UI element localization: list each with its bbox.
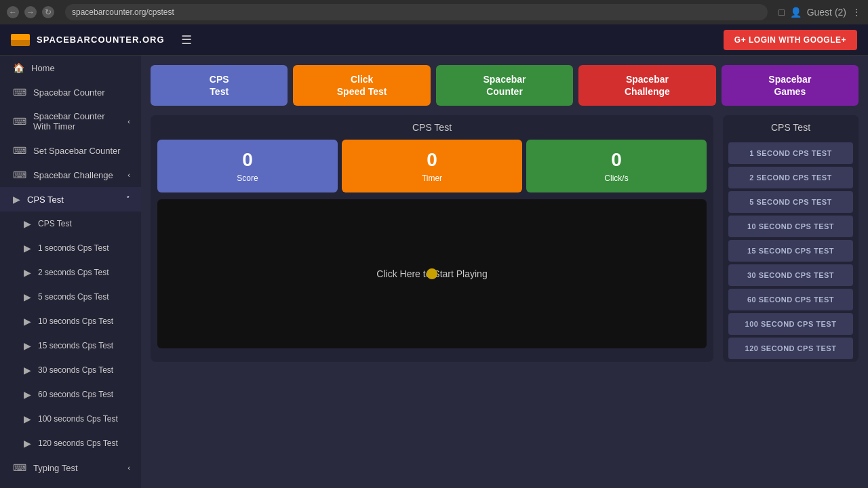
logo-area: SPACEBARCOUNTER.ORG ☰ <box>11 33 192 47</box>
sidebar-item-15sec[interactable]: ▶ 15 seconds Cps Test <box>0 333 141 358</box>
cursor-dot <box>427 268 437 279</box>
score-card-timer: 0 Timer <box>342 140 522 192</box>
refresh-button[interactable]: ↻ <box>42 6 54 18</box>
nav-card-spacebar-games-label: SpacebarGames <box>768 74 811 97</box>
sidebar-item-spacebar-counter-timer[interactable]: ⌨ Spacebar Counter With Timer ‹ <box>0 104 141 138</box>
cursor-icon-7: ▶ <box>24 340 31 351</box>
sidebar: 🏠 Home ⌨ Spacebar Counter ⌨ Spacebar Cou… <box>0 56 141 488</box>
sidebar-item-10sec[interactable]: ▶ 10 seconds Cps Test <box>0 309 141 333</box>
sidebar-label-typing-test: Typing Test <box>33 463 78 473</box>
score-row: 0 Score 0 Timer 0 Click/s <box>151 140 713 199</box>
sidebar-item-1sec[interactable]: ▶ 1 seconds Cps Test <box>0 236 141 260</box>
sidebar-item-typing-test[interactable]: ⌨ Typing Test ‹ <box>0 455 141 480</box>
cps-link-30sec[interactable]: 30 SECOND CPS TEST <box>728 264 853 286</box>
user-icon[interactable]: 👤 <box>790 7 802 18</box>
cps-link-1sec[interactable]: 1 SECOND CPS TEST <box>728 142 853 164</box>
menu-icon[interactable]: ⋮ <box>852 7 861 18</box>
sidebar-item-100sec[interactable]: ▶ 100 seconds Cps Test <box>0 407 141 431</box>
main-layout: 🏠 Home ⌨ Spacebar Counter ⌨ Spacebar Cou… <box>0 56 868 488</box>
keyboard-icon-4: ⌨ <box>13 169 26 180</box>
sidebar-label-spacebar-counter-timer: Spacebar Counter With Timer <box>33 111 121 131</box>
cps-panel: CPS Test 0 Score 0 Timer 0 Click/s <box>151 115 713 362</box>
cps-link-120sec[interactable]: 120 SECOND CPS TEST <box>728 338 853 359</box>
logo-text: SPACEBARCOUNTER.ORG <box>37 35 165 45</box>
sidebar-item-home[interactable]: 🏠 Home <box>0 56 141 80</box>
cursor-icon-8: ▶ <box>24 365 31 375</box>
keyboard-icon-5: ⌨ <box>13 462 26 473</box>
sidebar-item-120sec[interactable]: ▶ 120 seconds Cps Test <box>0 431 141 455</box>
main-content-row: CPS Test 0 Score 0 Timer 0 Click/s <box>151 115 859 362</box>
sidebar-label-home: Home <box>31 63 55 73</box>
cursor-icon-4: ▶ <box>24 267 31 278</box>
cursor-icon-11: ▶ <box>24 438 31 449</box>
sidebar-label-100sec: 100 seconds Cps Test <box>38 414 118 424</box>
sidebar-item-cps-test[interactable]: ▶ CPS Test ˅ <box>0 187 141 211</box>
nav-card-cps-label: CPSTest <box>210 74 229 97</box>
nav-card-spacebar-games[interactable]: SpacebarGames <box>722 65 859 106</box>
score-card-score: 0 Score <box>157 140 338 192</box>
nav-card-click-speed-test[interactable]: ClickSpeed Test <box>293 65 430 106</box>
cursor-icon-6: ▶ <box>24 316 31 327</box>
sidebar-label-cps-test: CPS Test <box>27 195 64 205</box>
keyboard-icon-1: ⌨ <box>13 87 26 98</box>
hamburger-menu[interactable]: ☰ <box>181 33 192 47</box>
cps-link-2sec[interactable]: 2 SECOND CPS TEST <box>728 167 853 188</box>
right-panel-title: CPS Test <box>723 115 859 140</box>
cursor-icon-1: ▶ <box>13 194 20 205</box>
keyboard-icon-2: ⌨ <box>13 116 26 127</box>
home-icon: 🏠 <box>13 62 24 73</box>
cursor-icon-5: ▶ <box>24 291 31 302</box>
cps-link-100sec[interactable]: 100 SECOND CPS TEST <box>728 313 853 335</box>
cps-link-10sec[interactable]: 10 SECOND CPS TEST <box>728 216 853 237</box>
login-button[interactable]: G+ LOGIN WITH GOOGLE+ <box>724 30 857 50</box>
nav-card-spacebar-challenge-label: SpacebarChallenge <box>625 74 670 97</box>
score-label: Score <box>164 174 331 183</box>
top-nav-cards: CPSTest ClickSpeed Test SpacebarCounter … <box>151 65 859 106</box>
extensions-icon[interactable]: □ <box>778 7 784 18</box>
browser-icons: □ 👤 Guest (2) ⋮ <box>778 7 861 18</box>
sidebar-label-5sec: 5 seconds Cps Test <box>38 292 109 302</box>
sidebar-item-spacebar-counter[interactable]: ⌨ Spacebar Counter <box>0 80 141 104</box>
cps-panel-title: CPS Test <box>151 115 713 140</box>
collapse-arrow-3: ‹ <box>127 464 130 472</box>
cps-link-15sec[interactable]: 15 SECOND CPS TEST <box>728 240 853 262</box>
cursor-icon-10: ▶ <box>24 413 31 424</box>
sidebar-item-2sec[interactable]: ▶ 2 seconds Cps Test <box>0 260 141 285</box>
guest-label: Guest (2) <box>807 7 846 18</box>
collapse-arrow-2: ‹ <box>127 171 130 179</box>
keyboard-icon-3: ⌨ <box>13 145 26 156</box>
sidebar-item-30sec[interactable]: ▶ 30 seconds Cps Test <box>0 358 141 382</box>
nav-card-spacebar-challenge[interactable]: SpacebarChallenge <box>578 65 715 106</box>
logo-icon <box>11 34 30 46</box>
back-button[interactable]: ← <box>7 6 19 18</box>
sidebar-label-2sec: 2 seconds Cps Test <box>38 268 109 277</box>
nav-card-click-speed-label: ClickSpeed Test <box>337 74 387 97</box>
sidebar-label-set-spacebar: Set Spacebar Counter <box>33 146 121 156</box>
sidebar-label-60sec: 60 seconds Cps Test <box>38 390 113 399</box>
sidebar-label-cps-test-sub: CPS Test <box>38 219 72 228</box>
sidebar-label-spacebar-counter: Spacebar Counter <box>33 87 105 98</box>
sidebar-item-5sec[interactable]: ▶ 5 seconds Cps Test <box>0 285 141 309</box>
score-card-clicks: 0 Click/s <box>526 140 707 192</box>
sidebar-item-set-spacebar[interactable]: ⌨ Set Spacebar Counter <box>0 138 141 163</box>
sidebar-label-15sec: 15 seconds Cps Test <box>38 341 113 350</box>
address-bar[interactable]: spacebarcounter.org/cpstest <box>65 4 768 20</box>
clicks-label: Click/s <box>533 174 700 183</box>
timer-label: Timer <box>349 174 515 183</box>
cps-link-5sec[interactable]: 5 SECOND CPS TEST <box>728 191 853 213</box>
expand-arrow: ˅ <box>126 195 130 204</box>
sidebar-label-spacebar-challenge: Spacebar Challenge <box>33 170 113 180</box>
sidebar-label-10sec: 10 seconds Cps Test <box>38 317 113 326</box>
sidebar-item-60sec[interactable]: ▶ 60 seconds Cps Test <box>0 382 141 407</box>
content-area: CPSTest ClickSpeed Test SpacebarCounter … <box>141 56 868 488</box>
click-area[interactable]: Click Here to Start Playing <box>157 199 707 348</box>
forward-button[interactable]: → <box>24 6 37 18</box>
sidebar-item-cps-test-sub[interactable]: ▶ CPS Test <box>0 211 141 236</box>
cursor-icon-2: ▶ <box>24 218 31 229</box>
cps-link-60sec[interactable]: 60 SECOND CPS TEST <box>728 289 853 310</box>
url-text: spacebarcounter.org/cpstest <box>72 7 174 17</box>
collapse-arrow-1: ‹ <box>127 117 130 125</box>
sidebar-item-spacebar-challenge[interactable]: ⌨ Spacebar Challenge ‹ <box>0 163 141 187</box>
nav-card-cps-test[interactable]: CPSTest <box>151 65 288 106</box>
nav-card-spacebar-counter[interactable]: SpacebarCounter <box>436 65 573 106</box>
